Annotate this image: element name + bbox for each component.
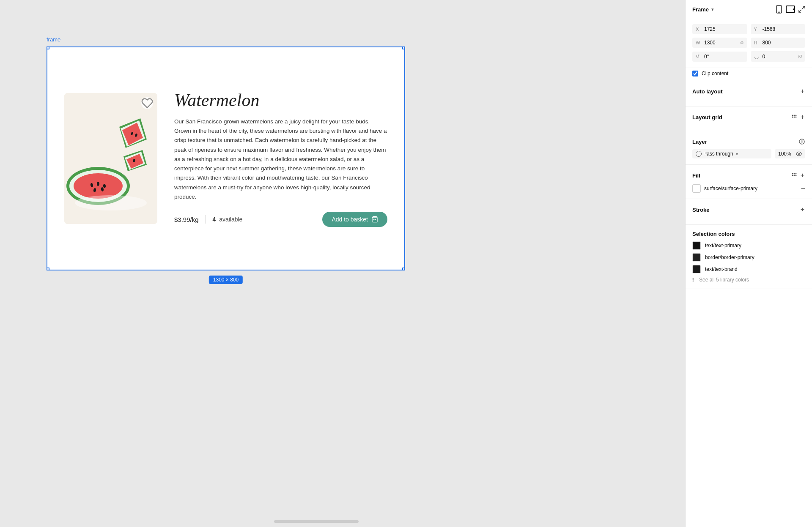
- svg-point-21: [792, 115, 793, 116]
- fill-icons: +: [790, 171, 805, 180]
- stroke-section: Stroke +: [686, 199, 812, 225]
- product-footer: $3.99/kg 4 available Add to basket: [174, 212, 387, 227]
- panel-frame-title: Frame: [692, 6, 709, 13]
- product-info: Watermelon Our San Francisco-grown water…: [174, 90, 387, 227]
- fill-color-swatch[interactable]: [692, 184, 701, 193]
- clip-content-checkbox[interactable]: [692, 71, 698, 76]
- layer-title: Layer: [692, 139, 707, 145]
- layout-grid-header: Layout grid +: [692, 112, 805, 122]
- svg-line-18: [802, 6, 805, 9]
- fill-style-button[interactable]: [790, 172, 798, 179]
- svg-point-28: [798, 153, 800, 155]
- auto-layout-add-button[interactable]: +: [800, 87, 805, 96]
- position-size-section: X Y W H ↺: [686, 18, 812, 68]
- layout-grid-dots-button[interactable]: [790, 113, 798, 121]
- blend-mode-chevron: ▾: [736, 152, 738, 156]
- watermelon-svg: [64, 93, 157, 224]
- color-item-0: text/text-primary: [692, 241, 805, 250]
- svg-rect-20: [741, 42, 743, 44]
- handle-top-left[interactable]: [47, 46, 49, 49]
- blend-mode-group[interactable]: Pass through ▾: [692, 149, 771, 158]
- panel-frame-header: Frame ▾: [686, 0, 812, 18]
- rotation-label: ↺: [696, 54, 702, 59]
- fill-title: Fill: [692, 172, 700, 179]
- auto-layout-section: Auto layout +: [686, 81, 812, 106]
- h-label: H: [754, 40, 760, 45]
- svg-point-26: [795, 117, 796, 118]
- stroke-title: Stroke: [692, 207, 709, 213]
- xy-fields: X Y: [692, 24, 805, 34]
- color-swatch-0[interactable]: [692, 241, 701, 250]
- color-swatch-1[interactable]: [692, 253, 701, 262]
- basket-icon: [371, 216, 378, 223]
- w-input[interactable]: [704, 40, 738, 46]
- layer-style-icon[interactable]: [798, 138, 805, 145]
- constraint-icon: [740, 40, 743, 45]
- product-image: [64, 93, 157, 224]
- frame-label: frame: [47, 36, 60, 43]
- color-swatch-2[interactable]: [692, 265, 701, 273]
- corner-radius-field[interactable]: ◡: [751, 51, 806, 62]
- y-input[interactable]: [763, 26, 802, 32]
- x-input[interactable]: [704, 26, 744, 32]
- color-name-1: border/border-primary: [705, 254, 754, 260]
- handle-top-right[interactable]: [402, 46, 405, 49]
- availability-text: 4 available: [213, 216, 243, 223]
- color-item-1: border/border-primary: [692, 253, 805, 262]
- x-field[interactable]: X: [692, 24, 747, 34]
- y-field[interactable]: Y: [751, 24, 806, 34]
- svg-point-3: [74, 173, 123, 199]
- product-price: $3.99/kg: [174, 216, 199, 223]
- opacity-group[interactable]: 100%: [775, 149, 805, 158]
- layout-grid-add-button[interactable]: +: [800, 112, 805, 122]
- rotation-field[interactable]: ↺: [692, 52, 747, 62]
- frame-size-badge: 1300 × 800: [209, 276, 243, 284]
- add-to-basket-button[interactable]: Add to basket: [322, 212, 387, 227]
- product-title: Watermelon: [174, 90, 387, 110]
- h-input[interactable]: [763, 40, 802, 46]
- blend-mode-circle-icon: [696, 151, 702, 157]
- see-all-library-colors[interactable]: See all 5 library colors: [692, 277, 805, 283]
- frame-title-group: Frame ▾: [692, 6, 714, 13]
- svg-point-12: [75, 195, 147, 210]
- layer-blend-row: Pass through ▾ 100%: [692, 149, 805, 158]
- clip-content-label: Clip content: [702, 71, 728, 76]
- grid-dots-icon: [791, 114, 797, 120]
- stroke-header: Stroke +: [692, 205, 805, 214]
- phone-frame-icon[interactable]: [776, 5, 782, 14]
- canvas-scrollbar[interactable]: [274, 520, 359, 523]
- frame-content: Watermelon Our San Francisco-grown water…: [47, 46, 405, 270]
- selection-colors-section: Selection colors text/text-primary borde…: [686, 225, 812, 289]
- h-field[interactable]: H: [751, 38, 806, 48]
- svg-point-25: [795, 115, 796, 116]
- tablet-frame-icon[interactable]: [786, 5, 795, 13]
- stroke-add-button[interactable]: +: [800, 205, 805, 214]
- fill-color-row: surface/surface-primary −: [692, 184, 805, 193]
- corner-resize-icon: [798, 54, 802, 59]
- fill-add-button[interactable]: +: [800, 171, 805, 180]
- see-all-label: See all 5 library colors: [699, 277, 749, 283]
- resize-icon[interactable]: [798, 6, 805, 13]
- corner-label: ◡: [754, 53, 760, 60]
- visibility-icon[interactable]: [796, 151, 802, 157]
- color-name-0: text/text-primary: [705, 243, 741, 248]
- rotation-corner-fields: ↺ ◡: [692, 51, 805, 62]
- frame-dropdown-chevron[interactable]: ▾: [711, 7, 714, 12]
- design-frame[interactable]: frame: [47, 46, 405, 270]
- fill-section: Fill + surface/surface-primary: [686, 165, 812, 199]
- svg-point-22: [793, 115, 795, 116]
- layer-header: Layer: [692, 138, 805, 145]
- layout-grid-icons: +: [790, 112, 805, 122]
- rotation-input[interactable]: [704, 54, 744, 60]
- handle-bottom-right[interactable]: [402, 268, 405, 270]
- color-name-2: text/text-brand: [705, 266, 738, 272]
- opacity-value: 100%: [778, 151, 796, 157]
- svg-point-32: [793, 175, 795, 176]
- fill-dots-icon: [791, 172, 797, 178]
- corner-radius-input[interactable]: [763, 54, 796, 60]
- w-field[interactable]: W: [692, 38, 747, 48]
- favorite-button[interactable]: [141, 97, 153, 109]
- handle-bottom-left[interactable]: [47, 268, 49, 270]
- fill-remove-button[interactable]: −: [801, 185, 805, 192]
- right-panel: Frame ▾ X: [685, 0, 812, 527]
